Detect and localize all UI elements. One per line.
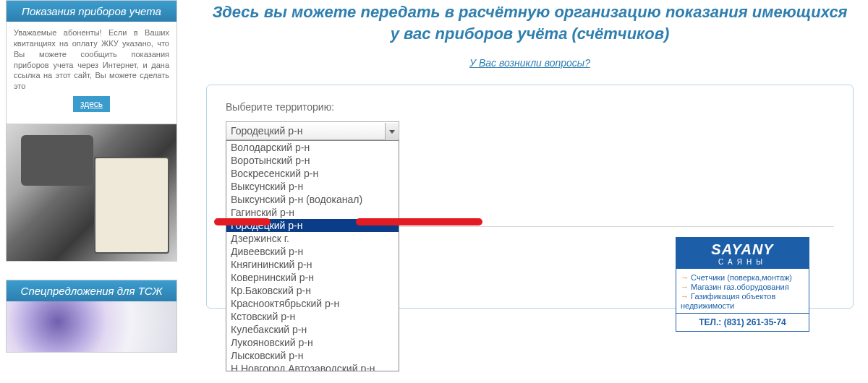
widget-title: Спецпредложения для ТСЖ	[7, 280, 176, 301]
territory-option[interactable]: Ковернинский р-н	[226, 271, 399, 284]
territory-option[interactable]: Княгининский р-н	[226, 258, 399, 271]
chevron-down-icon[interactable]	[385, 123, 398, 140]
sidebar: Показания приборов учета Уважаемые абоне…	[0, 0, 177, 371]
ad-phone: ТЕЛ.: (831) 261-35-74	[676, 313, 809, 331]
territory-dropdown[interactable]: Володарский р-нВоротынский р-нВоскресенс…	[226, 140, 399, 371]
territory-option[interactable]: Кр.Баковский р-н	[226, 284, 399, 297]
offers-image	[7, 301, 176, 352]
territory-option[interactable]: Воскресенский р-н	[226, 167, 399, 180]
territory-option[interactable]: Володарский р-н	[226, 141, 399, 154]
meter-readings-widget: Показания приборов учета Уважаемые абоне…	[6, 0, 177, 262]
special-offers-widget: Спецпредложения для ТСЖ	[6, 280, 177, 353]
ad-phone-label: ТЕЛ.:	[699, 317, 721, 327]
territory-option[interactable]: Выксунский р-н (водоканал)	[226, 193, 399, 206]
territory-option[interactable]: Лукояновский р-н	[226, 336, 399, 349]
help-link[interactable]: У Вас возникли вопросы?	[206, 57, 854, 69]
meter-form-panel: Выберите территорию: Городецкий р-н Воло…	[206, 85, 854, 309]
sayany-ad[interactable]: SAYANY САЯНЫ Счетчики (поверка,монтаж)Ма…	[676, 237, 809, 332]
territory-option[interactable]: Н.Новгород Автозаводский р-н	[226, 362, 399, 371]
territory-option[interactable]: Краснооктябрьский р-н	[226, 297, 399, 310]
territory-option[interactable]: Дзержинск г.	[226, 232, 399, 245]
widget-body	[7, 301, 176, 352]
here-link[interactable]: здесь	[73, 96, 110, 112]
territory-option[interactable]: Гагинский р-н	[226, 206, 399, 219]
territory-option[interactable]: Дивеевский р-н	[226, 245, 399, 258]
territory-select[interactable]: Городецкий р-н	[226, 121, 399, 140]
territory-selected-value: Городецкий р-н	[231, 125, 303, 137]
widget-title: Показания приборов учета	[7, 1, 176, 22]
territory-option[interactable]: Лысковский р-н	[226, 349, 399, 362]
page-title: Здесь вы можете передать в расчётную орг…	[206, 1, 854, 44]
widget-intro-text: Уважаемые абоненты! Если в Ваших квитанц…	[14, 28, 169, 90]
meter-image	[7, 124, 176, 261]
ad-service-item: Счетчики (поверка,монтаж)	[681, 273, 804, 282]
main-content: Здесь вы можете передать в расчётную орг…	[177, 0, 868, 371]
ad-service-item: недвижимости	[681, 301, 804, 310]
ad-header: SAYANY САЯНЫ	[676, 238, 809, 269]
territory-combo-wrap: Городецкий р-н Володарский р-нВоротынски…	[226, 121, 399, 140]
ad-service-item: Магазин газ.оборудования	[681, 283, 804, 291]
ad-logo: SAYANY	[676, 242, 809, 257]
widget-body: Уважаемые абоненты! Если в Ваших квитанц…	[7, 22, 176, 124]
territory-option[interactable]: Кстовский р-н	[226, 310, 399, 323]
ad-phone-number: (831) 261-35-74	[724, 317, 786, 327]
ad-services-list: Счетчики (поверка,монтаж)Магазин газ.обо…	[676, 269, 809, 313]
ad-sublogo: САЯНЫ	[676, 258, 809, 266]
territory-option[interactable]: Кулебакский р-н	[226, 323, 399, 336]
territory-option[interactable]: Выксунский р-н	[226, 180, 399, 193]
territory-label: Выберите территорию:	[226, 101, 834, 113]
territory-option[interactable]: Городецкий р-н	[226, 219, 399, 232]
territory-option[interactable]: Воротынский р-н	[226, 154, 399, 167]
ad-service-item: Газификация объектов	[681, 292, 804, 301]
